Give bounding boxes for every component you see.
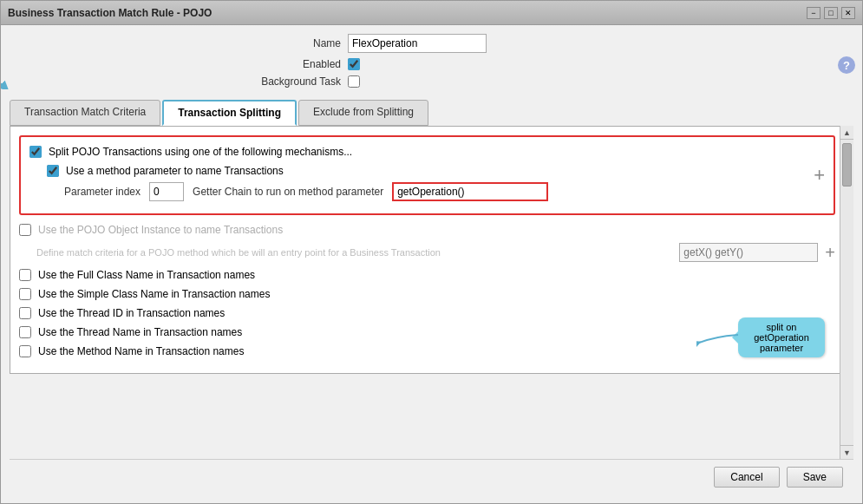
add-criteria-button[interactable]: + [825, 244, 835, 261]
enabled-row: Enabled [10, 58, 853, 70]
split-header-row: Split POJO Transactions using one of the… [29, 146, 825, 158]
bottom-bar: Cancel Save [10, 459, 853, 494]
save-button[interactable]: Save [787, 467, 843, 488]
window-controls: − □ ✕ [807, 7, 855, 19]
restore-button[interactable]: □ [824, 7, 838, 19]
define-criteria-input[interactable] [679, 243, 818, 262]
thread-name-checkbox[interactable] [19, 326, 31, 338]
tabs-bar: Transaction Match Criteria Transaction S… [10, 100, 853, 126]
close-button[interactable]: ✕ [841, 7, 855, 19]
background-task-checkbox[interactable] [348, 75, 360, 88]
full-class-row: Use the Full Class Name in Transaction n… [19, 269, 835, 281]
scroll-thumb[interactable] [842, 143, 852, 187]
tooltip-split-text: split ongetOperationparameter [754, 322, 809, 353]
background-task-label: Background Task [252, 75, 348, 88]
scroll-down[interactable]: ▼ [840, 445, 853, 459]
name-label: Name [252, 37, 348, 49]
splitting-panel: + Split POJO Transactions using one of t… [10, 126, 853, 374]
thread-id-label: Use the Thread ID in Transaction names [38, 307, 225, 319]
enabled-label: Enabled [252, 58, 348, 70]
tooltip-split-arrow [696, 326, 740, 352]
method-name-checkbox[interactable] [19, 345, 31, 357]
tab-exclude[interactable]: Exclude from Splitting [298, 100, 428, 126]
tab-splitting[interactable]: Transaction Splitting [162, 100, 297, 126]
split-option-box: + Split POJO Transactions using one of t… [19, 135, 835, 215]
enabled-checkbox[interactable] [348, 58, 360, 70]
tab-area: Transaction Match Criteria Transaction S… [10, 93, 853, 459]
thread-id-row: Use the Thread ID in Transaction names [19, 307, 835, 319]
minimize-button[interactable]: − [807, 7, 821, 19]
method-param-checkbox[interactable] [47, 165, 59, 177]
method-param-row: Use a method parameter to name Transacti… [47, 165, 825, 177]
add-split-button[interactable]: + [814, 166, 825, 185]
scroll-up[interactable]: ▲ [840, 126, 853, 140]
pojo-object-label: Use the POJO Object Instance to name Tra… [38, 224, 283, 236]
getter-chain-label: Getter Chain to run on method parameter [193, 186, 383, 198]
cancel-button[interactable]: Cancel [714, 467, 779, 488]
param-index-input[interactable] [149, 182, 184, 201]
define-criteria-label: Define match criteria for a POJO method … [36, 247, 672, 258]
define-criteria-row: Define match criteria for a POJO method … [36, 243, 835, 262]
name-row: Name [10, 34, 853, 53]
method-name-label: Use the Method Name in Transaction names [38, 345, 244, 357]
scrollbar[interactable]: ▲ ▼ [840, 126, 853, 459]
thread-id-checkbox[interactable] [19, 307, 31, 319]
getter-chain-input[interactable] [392, 182, 548, 201]
simple-class-row: Use the Simple Class Name in Transaction… [19, 288, 835, 300]
scroll-track [840, 140, 853, 445]
window-title: Business Transaction Match Rule - POJO [8, 7, 212, 19]
simple-class-checkbox[interactable] [19, 288, 31, 300]
title-bar: Business Transaction Match Rule - POJO −… [1, 1, 862, 25]
tab-panel: + Split POJO Transactions using one of t… [10, 126, 853, 459]
pojo-object-row: Use the POJO Object Instance to name Tra… [19, 224, 835, 236]
main-window: Business Transaction Match Rule - POJO −… [0, 0, 863, 504]
split-label: Split POJO Transactions using one of the… [49, 146, 352, 158]
background-task-row: Background Task select this tab [10, 75, 853, 88]
tooltip-arrow [1, 63, 10, 89]
content-area: ? Name Enabled Background Task select th… [1, 25, 862, 503]
split-checkbox[interactable] [29, 146, 42, 158]
full-class-label: Use the Full Class Name in Transaction n… [38, 269, 255, 281]
pojo-object-checkbox[interactable] [19, 224, 31, 236]
help-icon[interactable]: ? [838, 56, 855, 74]
name-input[interactable] [348, 34, 487, 53]
tooltip-split: split ongetOperationparameter [738, 317, 825, 357]
method-param-label: Use a method parameter to name Transacti… [66, 165, 284, 177]
full-class-checkbox[interactable] [19, 269, 31, 281]
param-index-label: Parameter index [64, 186, 141, 198]
tab-match-criteria[interactable]: Transaction Match Criteria [10, 100, 160, 126]
tooltip-split-wrapper: split ongetOperationparameter [738, 317, 825, 357]
simple-class-label: Use the Simple Class Name in Transaction… [38, 288, 270, 300]
thread-name-label: Use the Thread Name in Transaction names [38, 326, 242, 338]
param-row: Parameter index Getter Chain to run on m… [64, 182, 825, 201]
